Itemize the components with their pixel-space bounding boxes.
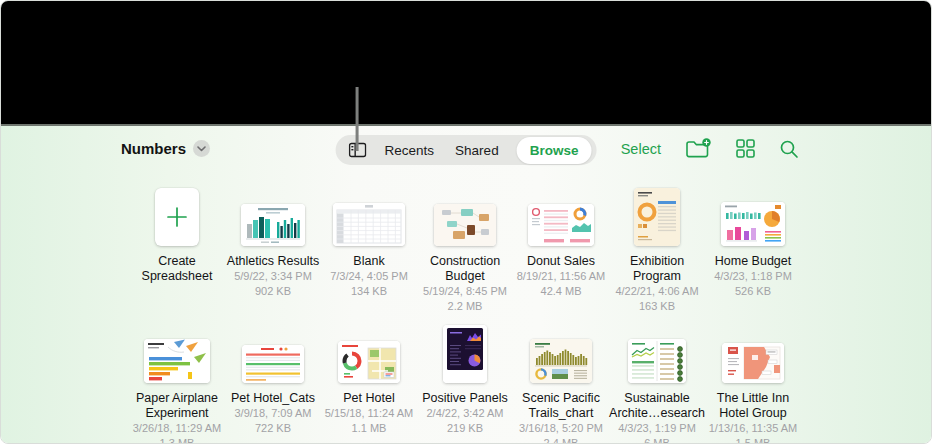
document-thumbnail: [241, 188, 305, 246]
document-thumbnail: [634, 188, 680, 246]
document-title: Exhibition Program: [609, 254, 705, 284]
sustainable-architecture-thumbnail: [628, 339, 686, 383]
paper-airplane-thumbnail: [144, 339, 210, 383]
document-title: The Little Inn Hotel Group: [705, 391, 801, 421]
document-title: Construction Budget: [417, 254, 513, 284]
document-title: Blank: [353, 254, 384, 269]
document-size: 219 KB: [447, 422, 483, 436]
toolbar-actions: Select: [621, 138, 799, 159]
document-size: 6 MB: [644, 437, 670, 444]
document-size: 42.4 MB: [541, 285, 582, 299]
document-thumbnail: [722, 325, 784, 383]
callout-line: [356, 87, 359, 151]
create-spreadsheet-tile[interactable]: Create Spreadsheet: [129, 188, 225, 313]
document-tile[interactable]: Donut Sales 8/19/21, 11:56 AM 42.4 MB: [513, 188, 609, 313]
document-date: 7/3/24, 4:05 PM: [330, 270, 408, 284]
document-title: Athletics Results: [227, 254, 319, 269]
blank-thumbnail: [333, 203, 405, 246]
new-folder-button[interactable]: [685, 138, 712, 159]
chevron-down-icon: [197, 146, 206, 152]
document-title: Positive Panels: [422, 391, 507, 406]
document-tile[interactable]: Construction Budget 5/19/24, 8:45 PM 2.2…: [417, 188, 513, 313]
document-size: 1.3 MB: [160, 437, 195, 444]
document-size: 722 KB: [255, 422, 291, 436]
document-tile[interactable]: Scenic Pacific Trails_chart 3/16/18, 5:2…: [513, 325, 609, 444]
exhibition-program-thumbnail: [634, 188, 680, 246]
pet-hotel-cats-thumbnail: [242, 345, 304, 383]
pet-hotel-thumbnail: [338, 341, 400, 383]
document-browser: Numbers Recents: [1, 124, 931, 443]
document-thumbnail: [530, 325, 592, 383]
document-tile[interactable]: Positive Panels 2/4/22, 3:42 AM 219 KB: [417, 325, 513, 444]
home-budget-thumbnail: [721, 202, 785, 246]
document-date: 5/15/18, 11:24 AM: [325, 407, 413, 421]
document-date: 4/3/23, 1:19 PM: [618, 422, 696, 436]
new-folder-icon: [685, 138, 712, 159]
document-tile[interactable]: Exhibition Program 4/22/21, 4:06 AM 163 …: [609, 188, 705, 313]
tab-recents[interactable]: Recents: [382, 143, 438, 158]
chevron-down-icon[interactable]: [193, 140, 210, 157]
document-date: 5/19/24, 8:45 PM: [423, 285, 507, 299]
create-spreadsheet-thumbnail: [155, 188, 199, 246]
top-black-area: [1, 1, 931, 124]
document-date: 3/26/18, 11:29 AM: [133, 422, 221, 436]
search-button[interactable]: [779, 139, 799, 159]
toolbar: Numbers Recents: [1, 126, 931, 172]
document-title: Donut Sales: [527, 254, 595, 269]
document-tile[interactable]: Athletics Results 5/9/22, 3:34 PM 902 KB: [225, 188, 321, 313]
document-tile[interactable]: Home Budget 4/3/23, 1:18 PM 526 KB: [705, 188, 801, 313]
document-thumbnail: [242, 325, 304, 383]
document-tile[interactable]: Sustainable Archite…esearch 4/3/23, 1:19…: [609, 325, 705, 444]
document-title: Sustainable Archite…esearch: [609, 391, 705, 421]
document-date: 3/16/18, 5:20 PM: [519, 422, 603, 436]
document-size: 134 KB: [351, 285, 387, 299]
document-title: Paper Airplane Experiment: [129, 391, 225, 421]
document-size: 2.4 MB: [544, 437, 579, 444]
document-tile[interactable]: Paper Airplane Experiment 3/26/18, 11:29…: [129, 325, 225, 444]
document-grid: Create Spreadsheet: [129, 188, 805, 444]
document-thumbnail: [144, 325, 210, 383]
scenic-pacific-trails-thumbnail: [530, 339, 592, 383]
document-size: 526 KB: [735, 285, 771, 299]
document-date: 1/13/16, 11:35 AM: [709, 422, 797, 436]
tab-browse[interactable]: Browse: [517, 137, 592, 164]
document-thumbnail: [721, 188, 785, 246]
document-title: Pet Hotel: [343, 391, 394, 406]
document-tile[interactable]: Blank 7/3/24, 4:05 PM 134 KB: [321, 188, 417, 313]
document-size: 163 KB: [639, 300, 675, 314]
numbers-document-manager-window: Numbers Recents: [0, 0, 932, 444]
document-size: 1.5 MB: [736, 437, 771, 444]
app-menu-button[interactable]: Numbers: [121, 140, 210, 157]
document-tile[interactable]: Pet Hotel_Cats 3/9/18, 7:09 AM 722 KB: [225, 325, 321, 444]
document-date: 2/4/22, 3:42 AM: [426, 407, 503, 421]
little-inn-thumbnail: [722, 343, 784, 383]
search-icon: [779, 139, 799, 159]
document-date: 8/19/21, 11:56 AM: [517, 270, 605, 284]
document-thumbnail: [434, 188, 496, 246]
browser-tab-bar: Recents Shared Browse: [336, 135, 597, 165]
document-thumbnail: [333, 188, 405, 246]
document-tile[interactable]: The Little Inn Hotel Group 1/13/16, 11:3…: [705, 325, 801, 444]
document-thumbnail: [155, 188, 199, 246]
document-thumbnail: [528, 188, 594, 246]
document-date: 4/22/21, 4:06 AM: [615, 285, 698, 299]
document-date: 3/9/18, 7:09 AM: [234, 407, 311, 421]
app-title: Numbers: [121, 140, 186, 157]
document-thumbnail: [628, 325, 686, 383]
view-options-icon: [736, 139, 755, 158]
document-title: Pet Hotel_Cats: [231, 391, 315, 406]
document-size: 1.1 MB: [352, 422, 387, 436]
select-button[interactable]: Select: [621, 141, 661, 157]
document-title: Scenic Pacific Trails_chart: [513, 391, 609, 421]
document-tile[interactable]: Pet Hotel 5/15/18, 11:24 AM 1.1 MB: [321, 325, 417, 444]
positive-panels-thumbnail: [443, 325, 487, 383]
sidebar-toggle-button[interactable]: [348, 141, 367, 160]
view-options-button[interactable]: [736, 139, 755, 158]
document-title: Create Spreadsheet: [129, 254, 225, 284]
document-size: 2.2 MB: [448, 300, 483, 314]
tab-shared[interactable]: Shared: [452, 143, 502, 158]
document-size: 902 KB: [255, 285, 291, 299]
plus-icon: [166, 206, 188, 228]
construction-budget-thumbnail: [434, 204, 496, 246]
document-title: Home Budget: [715, 254, 791, 269]
